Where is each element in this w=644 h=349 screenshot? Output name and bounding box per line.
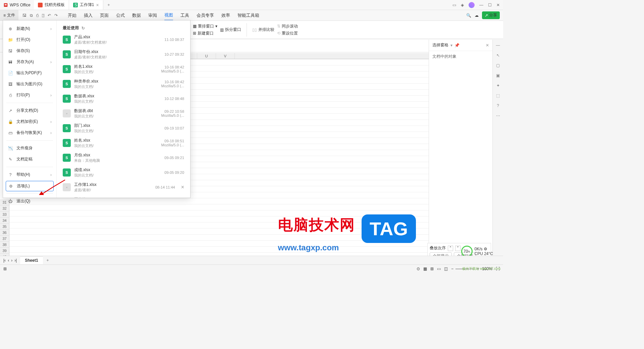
print-icon[interactable]: ⎙ bbox=[36, 13, 39, 18]
collapse-icon[interactable]: — bbox=[496, 43, 500, 48]
recent-file-item[interactable]: ▫数据表.dbt我的云文档/09-22 10:58Mozilla/5.0 (..… bbox=[57, 106, 190, 121]
view3-icon[interactable]: ⊞ bbox=[430, 266, 434, 271]
close-window-icon[interactable]: ✕ bbox=[496, 3, 500, 7]
file-menu-image[interactable]: 🖼输出为图片(G) bbox=[3, 79, 56, 90]
row-header[interactable]: 35 bbox=[0, 223, 9, 230]
cursor-icon[interactable]: ↖ bbox=[496, 53, 500, 58]
new-tab-button[interactable]: ＋ bbox=[103, 2, 114, 8]
row-header[interactable]: 33 bbox=[0, 211, 9, 217]
search-icon[interactable]: 🔍 bbox=[466, 13, 471, 18]
file-menu-options[interactable]: ⚙选项(L) bbox=[6, 181, 54, 191]
minimize-icon[interactable]: — bbox=[479, 3, 483, 7]
up-icon[interactable]: ˄ bbox=[448, 246, 453, 251]
tab-template[interactable]: 找稻壳模板 bbox=[34, 0, 69, 10]
save-icon[interactable]: 🖫 bbox=[22, 13, 26, 18]
view2-icon[interactable]: ▦ bbox=[423, 266, 427, 271]
new-window[interactable]: ⊞ 新建窗口 bbox=[193, 31, 217, 36]
recent-file-item[interactable]: S部门.xlsx我的云文档/09-19 10:07 bbox=[57, 121, 190, 136]
menu-tab-审阅[interactable]: 审阅 bbox=[148, 10, 157, 20]
tab-workbook[interactable]: S 工作簿1 × bbox=[69, 0, 103, 10]
refresh-icon[interactable]: ↻ bbox=[82, 26, 85, 31]
menu-tab-效率[interactable]: 效率 bbox=[221, 10, 230, 20]
last-sheet-icon[interactable]: ›| bbox=[14, 258, 17, 263]
tool2-icon[interactable]: ▣ bbox=[496, 73, 500, 78]
menu-tab-智能工具箱[interactable]: 智能工具箱 bbox=[237, 10, 259, 20]
redo-icon[interactable]: ↷ bbox=[54, 13, 58, 18]
file-menu-folder[interactable]: 📁打开(O) bbox=[3, 34, 56, 45]
recent-file-item[interactable]: S种类单价.xlsx我的云文档/10-16 08:42Mozilla/5.0 (… bbox=[57, 77, 190, 91]
cloud-icon[interactable]: ☁ bbox=[475, 13, 479, 18]
zoom-out-icon[interactable]: − bbox=[451, 266, 453, 271]
menu-tab-数据[interactable]: 数据 bbox=[132, 10, 141, 20]
cube-icon[interactable]: ◈ bbox=[461, 3, 464, 7]
column-header[interactable]: U bbox=[197, 53, 216, 59]
column-header[interactable]: V bbox=[216, 53, 235, 59]
next-sheet-icon[interactable]: › bbox=[11, 258, 12, 263]
maximize-icon[interactable]: ☐ bbox=[488, 3, 492, 7]
row-header[interactable]: 37 bbox=[0, 236, 9, 242]
help-icon[interactable]: ? bbox=[497, 103, 499, 108]
row-header[interactable]: 34 bbox=[0, 217, 9, 223]
panel-icon[interactable]: ▭ bbox=[452, 3, 456, 7]
file-type-icon: S bbox=[63, 65, 71, 73]
file-menu-save[interactable]: 🖫保存(S) bbox=[3, 45, 56, 56]
file-menu-pdf[interactable]: 📄输出为PDF(F) bbox=[3, 67, 56, 79]
recent-file-item[interactable]: S成绩.xlsx我的云文档/09-05 09:20 bbox=[57, 165, 190, 180]
recent-file-item[interactable]: ▫工作簿1.xlsx桌面/素材/08-14 11:44× bbox=[57, 180, 190, 195]
avatar[interactable] bbox=[469, 2, 475, 8]
link-icon[interactable]: ⧉ bbox=[30, 13, 33, 18]
file-menu-lock[interactable]: 🔒文档加密(E)› bbox=[3, 116, 56, 127]
recent-file-item[interactable]: ▫工作簿1.xlsx桌面/08-14 11:43× bbox=[57, 195, 190, 198]
file-menu-print[interactable]: ⎙打印(P)› bbox=[3, 90, 56, 101]
menu-tab-公式[interactable]: 公式 bbox=[116, 10, 125, 20]
file-menu-plus[interactable]: ⊕新建(N)› bbox=[3, 23, 56, 34]
row-header[interactable]: 36 bbox=[0, 230, 9, 236]
undo-icon[interactable]: ↶ bbox=[48, 13, 51, 18]
view1-icon[interactable]: ⊙ bbox=[417, 266, 420, 271]
rearrange-window[interactable]: ▦ 重排窗口 ▾ bbox=[193, 23, 217, 29]
split-window[interactable]: ▥ 拆分窗口 bbox=[220, 27, 241, 33]
file-menu-final[interactable]: ✎文档定稿 bbox=[3, 154, 56, 165]
chevron-down-icon[interactable]: ▾ bbox=[450, 43, 452, 48]
tool1-icon[interactable]: ▢ bbox=[496, 63, 500, 68]
add-sheet-button[interactable]: ＋ bbox=[43, 257, 52, 263]
share-button[interactable]: ↗ 分享 bbox=[482, 11, 500, 19]
row-header[interactable]: 39 bbox=[0, 248, 9, 254]
recent-file-item[interactable]: S姓名1.xlsx我的云文档/10-16 08:42Mozilla/5.0 (.… bbox=[57, 62, 190, 77]
sheet-tab[interactable]: Sheet1 bbox=[20, 256, 43, 264]
file-menu-slim[interactable]: 📉文件瘦身 bbox=[3, 143, 56, 154]
tool4-icon[interactable]: ⬚ bbox=[496, 93, 500, 98]
file-menu-share[interactable]: ↗分享文档(D) bbox=[3, 105, 56, 116]
sync-scroll: ⇅ 同步滚动 bbox=[277, 23, 298, 29]
prev-sheet-icon[interactable]: ‹ bbox=[8, 258, 9, 263]
menu-tab-会员专享[interactable]: 会员专享 bbox=[197, 10, 214, 20]
pin-icon[interactable]: 📌 bbox=[454, 43, 460, 48]
recent-file-item[interactable]: S姓名.xlsx我的云文档/09-18 08:51Mozilla/5.0 (..… bbox=[57, 136, 190, 150]
recent-file-item[interactable]: S日期年份.xlsx桌面/素材/文档素材/10-27 09:32 bbox=[57, 47, 190, 62]
down-icon[interactable]: ˅ bbox=[455, 246, 461, 251]
menu-tab-视图[interactable]: 视图 bbox=[164, 10, 173, 20]
menu-tab-开始[interactable]: 开始 bbox=[68, 10, 76, 20]
file-menu-saveas[interactable]: 🖬另存为(A)› bbox=[3, 56, 56, 67]
file-menu-button[interactable]: ≡ 文件 bbox=[0, 10, 18, 20]
file-menu-backup[interactable]: 🗃备份与恢复(K)› bbox=[3, 127, 56, 138]
tool3-icon[interactable]: ✦ bbox=[496, 83, 500, 88]
recent-file-item[interactable]: S产品.xlsx桌面/素材/文档素材/11-10 08:37 bbox=[57, 32, 190, 47]
preview-icon[interactable]: ⍰ bbox=[42, 13, 44, 18]
first-sheet-icon[interactable]: |‹ bbox=[3, 258, 6, 263]
remove-recent-icon[interactable]: × bbox=[181, 184, 184, 190]
recent-file-item[interactable]: S月份.xlsx来自：其他电脑09-05 09:21 bbox=[57, 150, 190, 165]
image-icon: 🖼 bbox=[8, 82, 13, 87]
menu-tab-工具[interactable]: 工具 bbox=[180, 10, 189, 20]
more-icon[interactable]: ⋯ bbox=[496, 113, 500, 118]
close-icon[interactable]: × bbox=[96, 2, 99, 8]
menu-tab-页面[interactable]: 页面 bbox=[100, 10, 109, 20]
row-header[interactable]: 38 bbox=[0, 242, 9, 248]
file-menu-exit[interactable]: ⏻退出(Q) bbox=[3, 196, 56, 207]
close-panel-icon[interactable]: ✕ bbox=[486, 43, 489, 48]
view4-icon[interactable]: ▭ bbox=[437, 266, 441, 271]
recent-file-item[interactable]: S数据表.xlsx我的云文档/10-12 08:48 bbox=[57, 91, 190, 106]
menu-tab-插入[interactable]: 插入 bbox=[84, 10, 93, 20]
view5-icon[interactable]: ◫ bbox=[444, 266, 448, 271]
file-menu-help[interactable]: ?帮助(H)› bbox=[3, 169, 56, 180]
